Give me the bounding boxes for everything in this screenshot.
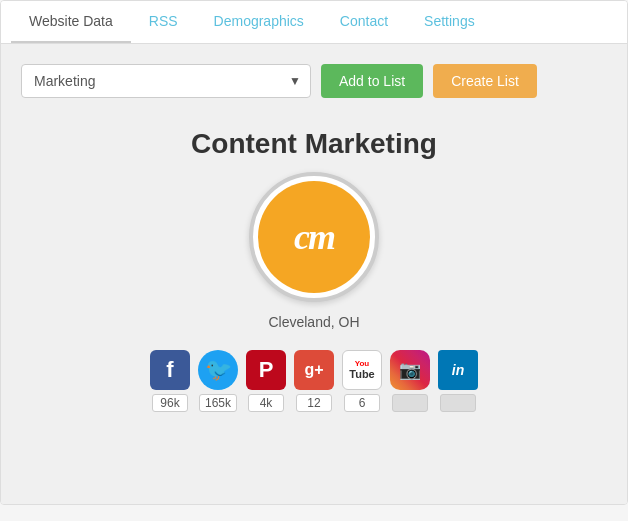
pinterest-icon[interactable]: P	[246, 350, 286, 390]
pinterest-count: 4k	[248, 394, 284, 412]
linkedin-count	[440, 394, 476, 412]
main-window: Website Data RSS Demographics Contact Se…	[0, 0, 628, 505]
tab-demographics[interactable]: Demographics	[196, 1, 322, 43]
toolbar: Marketing Content Social Media ▼ Add to …	[21, 64, 607, 98]
social-item-gplus: g+ 12	[294, 350, 334, 412]
social-item-instagram: 📷	[390, 350, 430, 412]
instagram-count	[392, 394, 428, 412]
youtube-icon[interactable]: You Tube	[342, 350, 382, 390]
tab-bar: Website Data RSS Demographics Contact Se…	[1, 1, 627, 44]
add-to-list-button[interactable]: Add to List	[321, 64, 423, 98]
social-row: f 96k 🐦 165k P 4k g+ 12 You	[150, 350, 478, 412]
social-item-youtube: You Tube 6	[342, 350, 382, 412]
logo-text: cm	[294, 216, 334, 258]
youtube-count: 6	[344, 394, 380, 412]
site-location: Cleveland, OH	[268, 314, 359, 330]
create-list-button[interactable]: Create List	[433, 64, 537, 98]
list-select[interactable]: Marketing Content Social Media	[21, 64, 311, 98]
twitter-count: 165k	[199, 394, 237, 412]
social-item-facebook: f 96k	[150, 350, 190, 412]
gplus-icon[interactable]: g+	[294, 350, 334, 390]
twitter-icon[interactable]: 🐦	[198, 350, 238, 390]
facebook-count: 96k	[152, 394, 188, 412]
social-item-twitter: 🐦 165k	[198, 350, 238, 412]
tab-rss[interactable]: RSS	[131, 1, 196, 43]
social-item-linkedin: in	[438, 350, 478, 412]
social-item-pinterest: P 4k	[246, 350, 286, 412]
site-logo: cm	[249, 172, 379, 302]
tab-website-data[interactable]: Website Data	[11, 1, 131, 43]
logo-inner: cm	[258, 181, 370, 293]
site-info: Content Marketing cm Cleveland, OH f 96k…	[21, 128, 607, 412]
tab-contact[interactable]: Contact	[322, 1, 406, 43]
facebook-icon[interactable]: f	[150, 350, 190, 390]
gplus-count: 12	[296, 394, 332, 412]
tab-settings[interactable]: Settings	[406, 1, 493, 43]
main-content: Marketing Content Social Media ▼ Add to …	[1, 44, 627, 504]
instagram-icon[interactable]: 📷	[390, 350, 430, 390]
site-title: Content Marketing	[191, 128, 437, 160]
list-select-wrapper: Marketing Content Social Media ▼	[21, 64, 311, 98]
linkedin-icon[interactable]: in	[438, 350, 478, 390]
